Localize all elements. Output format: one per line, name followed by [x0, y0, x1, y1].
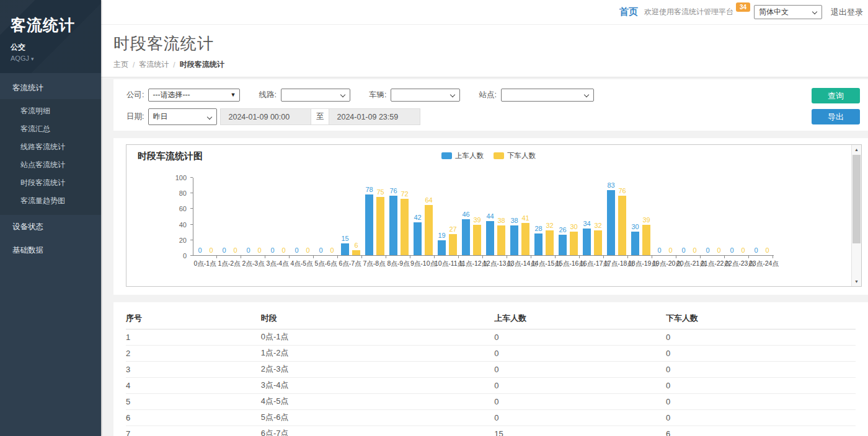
org-dropdown[interactable]: AQGJ▾	[11, 54, 101, 62]
content-area: 公司: ---请选择--- 线路: 车辆: 站点:	[101, 77, 868, 436]
breadcrumb-item[interactable]: 主页	[113, 59, 128, 70]
chart-bar-group: 3039	[629, 177, 653, 255]
sidebar-item[interactable]: 时段客流统计	[0, 174, 101, 192]
bar-value-label: 0	[706, 246, 709, 254]
chart-bar-group: 4264	[411, 177, 435, 255]
chart-bar-group: 3841	[508, 177, 532, 255]
bar-value-label: 28	[534, 225, 542, 232]
bar-value-label: 0	[257, 246, 261, 254]
x-axis-label: 22点-23点	[725, 256, 749, 268]
chevron-down-icon	[584, 92, 589, 97]
table-cell: 6	[666, 425, 856, 436]
bar-alighting: 38	[497, 225, 505, 255]
sidebar-item[interactable]: 客流量趋势图	[0, 192, 101, 210]
table-cell: 0	[666, 409, 856, 425]
app-title: 客流统计	[11, 15, 101, 35]
bar-value-label: 0	[693, 246, 696, 254]
chart-bar-group: 2630	[556, 177, 580, 255]
legend-swatch-alighting	[494, 152, 504, 159]
chart-bar-group: 00	[701, 177, 725, 255]
sidebar-item[interactable]: 客流明细	[0, 102, 101, 120]
table-column-header: 上车人数	[494, 308, 666, 329]
page-heading: 时段客流统计 主页/客流统计/时段客流统计	[101, 25, 868, 77]
bar-value-label: 41	[521, 214, 529, 222]
bar-value-label: 0	[319, 246, 322, 254]
bar-alighting: 6	[352, 250, 360, 255]
bar-alighting: 27	[449, 234, 457, 255]
y-axis-tick-mark	[190, 177, 193, 178]
table-cell: 15	[494, 425, 666, 436]
chart-bar-group: 4639	[459, 177, 484, 255]
page-title: 时段客流统计	[113, 33, 868, 54]
x-axis-label: 6点-7点	[338, 256, 362, 268]
bar-value-label: 0	[270, 246, 274, 254]
chart-bar-group: 3432	[580, 177, 604, 255]
bar-value-label: 44	[486, 212, 494, 220]
sidebar-item[interactable]: 站点客流统计	[0, 156, 101, 174]
notification-badge[interactable]: 34	[736, 2, 750, 12]
table-cell: 6点-7点	[261, 425, 495, 436]
y-axis-tick-mark	[190, 240, 193, 240]
table-body: 10点-1点0021点-2点0032点-3点0043点-4点0054点-5点00…	[126, 329, 856, 436]
sidebar-item[interactable]: 基础数据	[0, 239, 101, 262]
legend-item-alighting[interactable]: 下车人数	[494, 151, 536, 160]
home-link[interactable]: 首页	[619, 6, 638, 18]
table-cell: 7	[126, 425, 261, 436]
chart-bar-group: 00	[750, 177, 774, 255]
date-from-input[interactable]: 2024-01-09 00:00	[220, 108, 311, 125]
company-label: 公司:	[126, 90, 144, 100]
bar-value-label: 0	[233, 246, 237, 254]
sidebar-item[interactable]: 设备状态	[0, 216, 101, 238]
table-cell: 0	[666, 377, 856, 393]
x-axis-label: 1点-2点	[217, 256, 241, 268]
scrollbar-down-arrow[interactable]: ▼	[852, 277, 861, 286]
table-cell: 1点-2点	[261, 345, 495, 361]
bar-alighting: 76	[618, 196, 626, 255]
main-area: 首页 欢迎使用客流统计管理平台 34 简体中文 退出登录 时段客流统计 主页/客…	[101, 0, 868, 436]
x-axis-label: 3点-4点	[265, 256, 290, 268]
legend-item-boarding[interactable]: 上车人数	[441, 151, 484, 160]
x-axis-label: 7点-8点	[362, 256, 386, 268]
chevron-down-icon	[340, 92, 345, 97]
sidebar-group-passenger-stats[interactable]: 客流统计	[0, 77, 101, 99]
sidebar-item[interactable]: 客流汇总	[0, 120, 101, 138]
sidebar-item[interactable]: 线路客流统计	[0, 138, 101, 156]
line-select[interactable]	[281, 89, 350, 102]
date-to-input[interactable]: 2024-01-09 23:59	[329, 108, 420, 125]
station-select[interactable]	[501, 89, 594, 102]
vehicle-select[interactable]	[391, 89, 460, 102]
scrollbar-thumb[interactable]	[852, 155, 861, 243]
y-axis-tick-mark	[190, 208, 193, 209]
bar-value-label: 0	[741, 246, 745, 254]
table-cell: 0	[666, 393, 856, 409]
company-select[interactable]: ---请选择---	[148, 89, 240, 102]
bar-value-label: 0	[657, 246, 661, 254]
bar-value-label: 75	[376, 188, 384, 196]
export-button[interactable]: 导出	[812, 109, 860, 124]
bar-alighting: 75	[376, 197, 384, 256]
bar-boarding: 78	[365, 194, 373, 255]
language-select[interactable]: 简体中文	[754, 5, 822, 19]
y-axis-tick-label: 20	[179, 237, 187, 244]
scrollbar-up-arrow[interactable]: ▲	[852, 145, 861, 154]
logout-link[interactable]: 退出登录	[831, 7, 863, 18]
table-cell: 0	[666, 345, 856, 361]
chart-bar-group: 00	[290, 177, 314, 255]
filter-panel: 公司: ---请选择--- 线路: 车辆: 站点:	[113, 79, 868, 131]
bar-value-label: 38	[510, 217, 518, 224]
breadcrumb-item[interactable]: 客流统计	[139, 59, 169, 70]
bar-boarding: 76	[389, 196, 397, 255]
query-button[interactable]: 查询	[812, 88, 860, 103]
x-axis-label: 4点-5点	[290, 256, 314, 268]
x-axis-label: 2点-3点	[241, 256, 265, 268]
bar-boarding: 26	[559, 235, 567, 255]
legend-label-alighting: 下车人数	[507, 151, 536, 160]
bar-alighting: 72	[401, 199, 409, 255]
table-column-header: 下车人数	[666, 308, 856, 329]
bar-boarding: 15	[341, 243, 349, 255]
y-axis-tick-label: 100	[175, 174, 187, 181]
date-preset-select[interactable]: 昨日	[148, 108, 217, 125]
bar-value-label: 0	[668, 246, 672, 254]
table-cell: 0	[494, 361, 666, 377]
bar-value-label: 64	[425, 196, 432, 204]
